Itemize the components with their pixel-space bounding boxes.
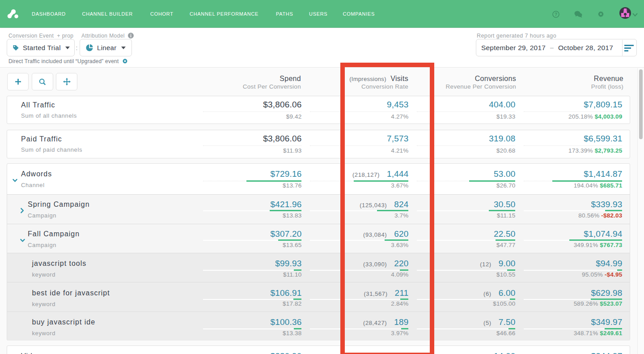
svg-text:?: ? (555, 12, 557, 17)
